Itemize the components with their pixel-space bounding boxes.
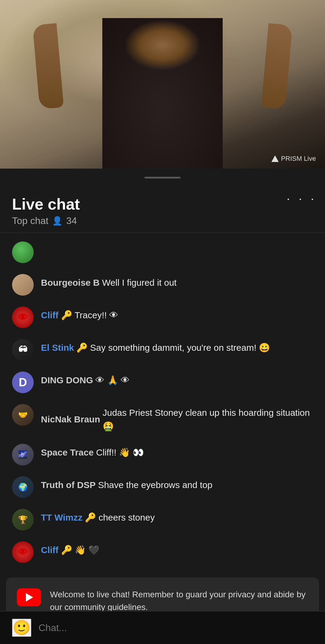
play-triangle-icon	[26, 593, 33, 602]
avatar: 🌌	[12, 444, 34, 465]
close-button[interactable]	[312, 199, 313, 200]
prism-badge: PRISM Live	[271, 155, 316, 163]
message-row: TT Wimzz 🔑 cheers stoney	[41, 511, 313, 524]
chat-header-icons	[288, 196, 313, 200]
username: Space Trace	[41, 447, 94, 458]
chat-message: Bourgeoise B Well I figured it out	[0, 269, 325, 301]
avatar: 🌍	[12, 476, 34, 498]
message-content: DING DONG 👁 🙏 👁	[41, 372, 313, 387]
avatar: D	[12, 372, 34, 393]
chat-messages: Bourgeoise B Well I figured it out 👁 Cli…	[0, 233, 325, 571]
username: Cliff 🔑	[41, 310, 72, 320]
message-row: Truth of DSP Shave the eyebrows and top	[41, 478, 313, 492]
sliders-button[interactable]	[300, 199, 301, 200]
message-text: Cliff!! 👋 👀	[96, 446, 313, 459]
chat-message: 🌌 Space Trace Cliff!! 👋 👀	[0, 438, 325, 471]
chat-title: Live chat	[12, 196, 80, 213]
message-content: NicNak Braun Judas Priest Stoney clean u…	[41, 404, 313, 433]
message-body	[41, 243, 313, 257]
video-player: PRISM Live	[0, 0, 325, 169]
chat-input[interactable]	[39, 622, 313, 633]
prism-logo-icon	[271, 155, 279, 162]
chat-message	[0, 236, 325, 269]
username: Truth of DSP	[41, 480, 96, 490]
drag-line	[144, 177, 181, 179]
message-row: DING DONG 👁 🙏 👁	[41, 373, 313, 387]
message-text: cheers stoney	[98, 511, 313, 524]
message-row: El Stink 🔑 Say something dammit, you're …	[41, 341, 313, 354]
chat-message: 🌍 Truth of DSP Shave the eyebrows and to…	[0, 471, 325, 503]
notice-text: Welcome to live chat! Remember to guard …	[50, 588, 308, 614]
username: NicNak Braun	[41, 414, 100, 425]
chat-message: 🏆 TT Wimzz 🔑 cheers stoney	[0, 503, 325, 536]
message-row: Bourgeoise B Well I figured it out	[41, 276, 313, 289]
username: Cliff 🔑	[41, 545, 72, 555]
username: Bourgeoise B	[41, 278, 100, 288]
message-content: TT Wimzz 🔑 cheers stoney	[41, 509, 313, 524]
message-text: 👁 🙏 👁	[95, 373, 313, 387]
message-row: Cliff 🔑 👋 🖤	[41, 543, 313, 557]
avatar: 👁	[12, 541, 34, 563]
prism-label: PRISM Live	[281, 155, 316, 163]
message-content	[41, 241, 313, 257]
message-text: 👋 🖤	[75, 543, 313, 557]
drag-handle[interactable]	[0, 169, 325, 187]
avatar: 🕶	[12, 339, 34, 361]
message-content: Cliff 🔑 Tracey!! 👁	[41, 306, 313, 322]
avatar: 👁	[12, 306, 34, 328]
message-content: Bourgeoise B Well I figured it out	[41, 274, 313, 289]
username: El Stink 🔑	[41, 342, 88, 353]
message-text: Well I figured it out	[102, 276, 313, 289]
message-text: Judas Priest Stoney clean up this hoardi…	[103, 406, 313, 433]
avatar	[12, 274, 34, 296]
emoji-button[interactable]: 🙂	[12, 619, 31, 637]
chat-message: 👁 Cliff 🔑 Tracey!! 👁	[0, 301, 325, 334]
avatar	[12, 241, 34, 263]
video-content	[102, 18, 223, 169]
message-text: Tracey!! 👁	[75, 308, 313, 322]
message-content: Cliff 🔑 👋 🖤	[41, 541, 313, 557]
message-row: NicNak Braun Judas Priest Stoney clean u…	[41, 406, 313, 433]
username: DING DONG	[41, 375, 93, 385]
message-content: El Stink 🔑 Say something dammit, you're …	[41, 339, 313, 354]
message-content: Space Trace Cliff!! 👋 👀	[41, 444, 313, 459]
chat-message: D DING DONG 👁 🙏 👁	[0, 366, 325, 399]
avatar: 🏆	[12, 509, 34, 530]
chat-header-left: Live chat Top chat 👤 34	[12, 196, 80, 226]
chat-message: 🤝 NicNak Braun Judas Priest Stoney clean…	[0, 399, 325, 438]
viewer-icon: 👤	[52, 216, 63, 226]
youtube-icon	[17, 588, 41, 606]
video-overlay	[32, 23, 64, 109]
video-overlay-right	[261, 23, 292, 109]
message-row: Space Trace Cliff!! 👋 👀	[41, 446, 313, 459]
message-row: Cliff 🔑 Tracey!! 👁	[41, 308, 313, 322]
message-content: Truth of DSP Shave the eyebrows and top	[41, 476, 313, 492]
chat-input-area: 🙂	[0, 611, 325, 644]
avatar: 🤝	[12, 404, 34, 426]
viewer-count: 34	[66, 215, 77, 226]
scissors-button[interactable]	[288, 199, 289, 200]
chat-panel: Live chat Top chat 👤 34	[0, 187, 325, 644]
chat-subtitle: Top chat 👤 34	[12, 215, 80, 226]
message-text: Shave the eyebrows and top	[98, 478, 313, 492]
username: TT Wimzz 🔑	[41, 512, 96, 523]
message-text: Say something dammit, you're on stream! …	[90, 341, 313, 354]
chat-header: Live chat Top chat 👤 34	[0, 187, 325, 232]
chat-mode: Top chat	[12, 215, 48, 226]
chat-message: 👁 Cliff 🔑 👋 🖤	[0, 536, 325, 568]
chat-message: 🕶 El Stink 🔑 Say something dammit, you'r…	[0, 334, 325, 366]
